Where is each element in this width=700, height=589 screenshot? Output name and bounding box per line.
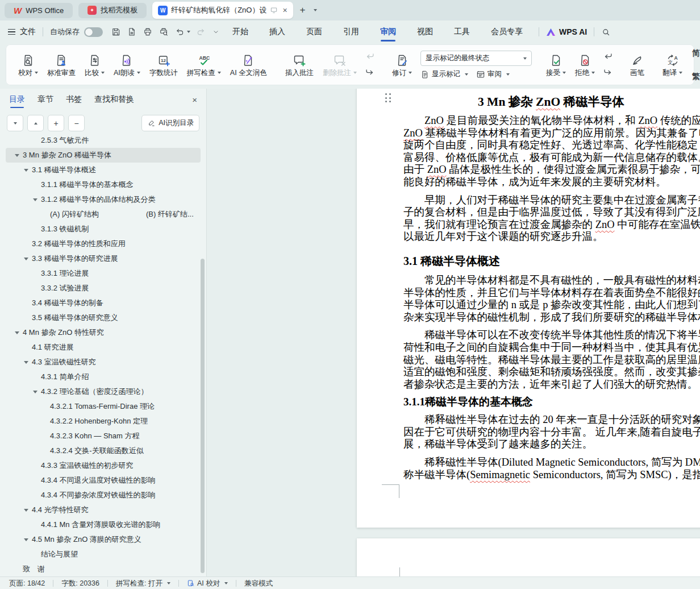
close-sidebar-icon[interactable]: ×: [192, 95, 197, 109]
doc-line[interactable]: 杂来实现半导体的磁性机制，形成了我们所要研究的稀磁半导体材料。: [403, 312, 699, 324]
menu-tab-页面[interactable]: 页面: [305, 22, 323, 42]
docer-template-tab[interactable]: ✦ 找稻壳模板: [78, 3, 147, 18]
doc-line[interactable]: 因在于它可供研究的物理内容十分丰富。 近几年来,随着自旋电子学的发: [403, 426, 699, 439]
doc-line[interactable]: 子的复合材料，但是由于临界温度过低，导致了其没有得到广泛应用。很: [403, 206, 699, 219]
undo-button[interactable]: [174, 27, 190, 37]
toc-item[interactable]: 4.3.2 理论基础（密度泛函理论）: [6, 384, 201, 399]
show-markup-button[interactable]: 显示标记: [420, 69, 468, 79]
toc-item[interactable]: 致 谢: [6, 562, 201, 576]
toc-item[interactable]: 3.2 稀磁半导体的性质和应用: [6, 237, 201, 251]
collapse-all-button[interactable]: [27, 115, 44, 131]
spell-check-status[interactable]: 拼写检查: 打开: [116, 579, 170, 588]
document-tab[interactable]: W 纤锌矿结构氧化锌（ZnO）设 ×: [152, 2, 293, 19]
accept-button[interactable]: 接受: [542, 51, 570, 79]
doc-line[interactable]: 荷性和电子之间的自旋耦合集中于同一种材料当中，使其具有优异的磁、: [403, 342, 699, 354]
toc-item[interactable]: 4.4.1 Mn 含量对薄膜吸收光谱的影响: [6, 517, 201, 532]
expand-all-button[interactable]: [7, 115, 23, 131]
ink-pen-button[interactable]: 画笔: [626, 51, 648, 79]
toc-item[interactable]: 4.3 室温铁磁性研究: [6, 355, 201, 370]
toc-collapse-icon[interactable]: [24, 538, 32, 541]
toc-item[interactable]: 4 Mn 掺杂 ZnO 特性研究: [6, 325, 201, 340]
toc-collapse-icon[interactable]: [33, 198, 41, 201]
toc-collapse-icon[interactable]: [15, 154, 23, 157]
hamburger-menu-icon[interactable]: [8, 29, 15, 35]
ai-read-button[interactable]: AI朗读: [110, 51, 144, 79]
doc-line[interactable]: 半导体可以通过少量的 n 或是 p 掺杂改变其性能，由此人们想到了通过掺: [403, 299, 699, 312]
toc-collapse-icon[interactable]: [33, 391, 41, 393]
menu-tab-引用[interactable]: 引用: [342, 22, 360, 42]
doc-line[interactable]: 适宜的磁饱和强度、剩余磁矩和轿顽场强强度。然而，改变其掺杂元素或: [403, 366, 699, 379]
wps-office-home-tab[interactable]: W WPS Office: [5, 3, 73, 18]
toc-item[interactable]: 3 Mn 掺杂 ZnO 稀磁半导体: [6, 148, 201, 163]
doc-line[interactable]: 稀释磁性半导体在过去的 20 年来一直是十分活跃的研究对象,主要原: [403, 414, 699, 426]
zoom-out-outline-button[interactable]: −: [68, 115, 85, 131]
doc-line[interactable]: 早期，人们对于稀磁半导体的研究主要集中在过渡金属离子替代阳离: [403, 194, 699, 207]
doc-line[interactable]: 展，稀磁半导体受到了越来越多的关注。: [403, 438, 699, 451]
toc-item[interactable]: 4.3.4 不同掺杂浓度对铁磁性的影响: [6, 488, 201, 503]
prev-change-button[interactable]: [602, 51, 614, 63]
ai-proofread-status[interactable]: AI 校对: [187, 579, 228, 588]
wps-ai-button[interactable]: WPS AI: [546, 27, 587, 36]
toc-item[interactable]: 2.5.3 气敏元件: [6, 133, 201, 148]
toc-item[interactable]: 3.4 稀磁半导体的制备: [6, 296, 201, 310]
toc-item[interactable]: 4.3.2.4 交换-关联能函数近似: [6, 443, 201, 458]
toc-collapse-icon[interactable]: [24, 509, 32, 512]
document-workspace[interactable]: 3 Mn 掺杂 ZnO 稀磁半导体 ZnO 是目前最受关注的氧化物半导体材料，和…: [207, 89, 700, 576]
next-change-button[interactable]: [602, 67, 614, 78]
toc-item[interactable]: 4.4 光学特性研究: [6, 503, 201, 517]
menu-tab-开始[interactable]: 开始: [231, 22, 249, 42]
toc-collapse-icon[interactable]: [24, 169, 32, 172]
file-menu[interactable]: 文件: [20, 27, 36, 37]
doc-line[interactable]: ZnO 基稀磁半导体材料有着更为广泛的应用前景。因为其兼备了电荷和自: [403, 127, 699, 140]
toc-collapse-icon[interactable]: [24, 361, 32, 364]
word-count-indicator[interactable]: 字数: 20336: [61, 579, 99, 588]
doc-line[interactable]: 常见的半导体材料都是不具有磁性的，一般具有磁性的材料却不具有: [403, 275, 699, 287]
document-page-19[interactable]: [357, 538, 700, 576]
sidebar-tab-书签[interactable]: 书签: [66, 94, 82, 109]
menu-tab-视图[interactable]: 视图: [416, 22, 434, 42]
toc-collapse-icon[interactable]: [15, 331, 23, 334]
doc-line[interactable]: 能良好的稀磁半导体，成为近年来发展的主要研究材料。: [403, 176, 699, 189]
spell-check-button[interactable]: ABC拼写检查: [183, 51, 225, 79]
insert-comment-button[interactable]: 插入批注: [281, 51, 318, 79]
toc-item[interactable]: 3.3.2 试验进展: [6, 281, 201, 296]
doc-line[interactable]: 磁光、磁电等特性。稀磁半导体最主要的工作是获取高的居里温度，大小: [403, 354, 699, 367]
page-indicator[interactable]: 页面: 18/42: [9, 579, 45, 588]
reviewers-button[interactable]: 审阅: [476, 69, 510, 79]
menu-tab-会员专享[interactable]: 会员专享: [490, 22, 524, 42]
document-page-18[interactable]: 3 Mn 掺杂 ZnO 稀磁半导体 ZnO 是目前最受关注的氧化物半导体材料，和…: [357, 89, 700, 528]
paragraph-drag-handle[interactable]: [385, 93, 391, 102]
toc-item[interactable]: 3.1 稀磁半导体概述: [6, 163, 201, 177]
toc-item[interactable]: 4.3.2.3 Kohn — Sham 方程: [6, 429, 201, 443]
toc-item[interactable]: 4.1 研究进展: [6, 340, 201, 355]
toc-item[interactable]: 3.5 稀磁半导体的研究意义: [6, 310, 201, 325]
doc-line[interactable]: 3.1 稀磁半导体概述: [403, 255, 699, 268]
screen-share-icon[interactable]: [270, 6, 278, 14]
sidebar-scrollbar[interactable]: [201, 259, 205, 573]
menu-tab-审阅[interactable]: 审阅: [379, 22, 397, 42]
export-pdf-button[interactable]: [127, 27, 137, 37]
doc-line[interactable]: 以最近几年对于这个课题的研究逐步升温。: [403, 231, 699, 243]
doc-line[interactable]: 稀释磁性半导体(Diluted Magnetic Semiconductors,…: [403, 457, 699, 469]
delete-comment-button[interactable]: 删除批注: [319, 51, 361, 79]
toc-item[interactable]: 4.3.2.1 Tomas-Fermi-Dirae 理论: [6, 399, 201, 414]
doc-line[interactable]: 3 Mn 掺杂 ZnO 稀磁半导体: [403, 94, 699, 109]
markup-state-select[interactable]: 显示标记的最终状态: [420, 51, 532, 66]
doc-line[interactable]: 旋两个自由度，同时具有稳定性好、光透过率高、化学性能稳定，原料丰: [403, 139, 699, 152]
save-button[interactable]: [111, 27, 121, 37]
toc-item[interactable]: 3.3 稀磁半导体的研究进展: [6, 251, 201, 266]
menu-tab-工具[interactable]: 工具: [453, 22, 471, 42]
new-tab-button[interactable]: +: [300, 5, 306, 16]
sidebar-tab-章节[interactable]: 章节: [38, 94, 53, 109]
doc-line[interactable]: 3.1.1稀磁半导体的基本概念: [403, 396, 699, 408]
compare-button[interactable]: 比较: [81, 51, 109, 79]
autosave-toggle[interactable]: [84, 27, 103, 37]
toc-item[interactable]: 4.5 Mn 掺杂 ZnO 薄膜的研究意义: [6, 532, 201, 547]
doc-line[interactable]: 者掺杂状态是主要的方法，近年来引起了人们强大的研究热情。: [403, 379, 699, 391]
doc-line[interactable]: ZnO 是目前最受关注的氧化物半导体材料，和 ZnO 传统的应用相比较，: [403, 115, 699, 127]
close-document-icon[interactable]: ×: [282, 6, 287, 15]
toc-item[interactable]: 4.3.4 不同退火温度对铁磁性的影响: [6, 473, 201, 488]
tab-list-chevron-icon[interactable]: [314, 9, 317, 11]
next-comment-button[interactable]: [364, 67, 376, 78]
zoom-in-outline-button[interactable]: +: [48, 115, 64, 131]
